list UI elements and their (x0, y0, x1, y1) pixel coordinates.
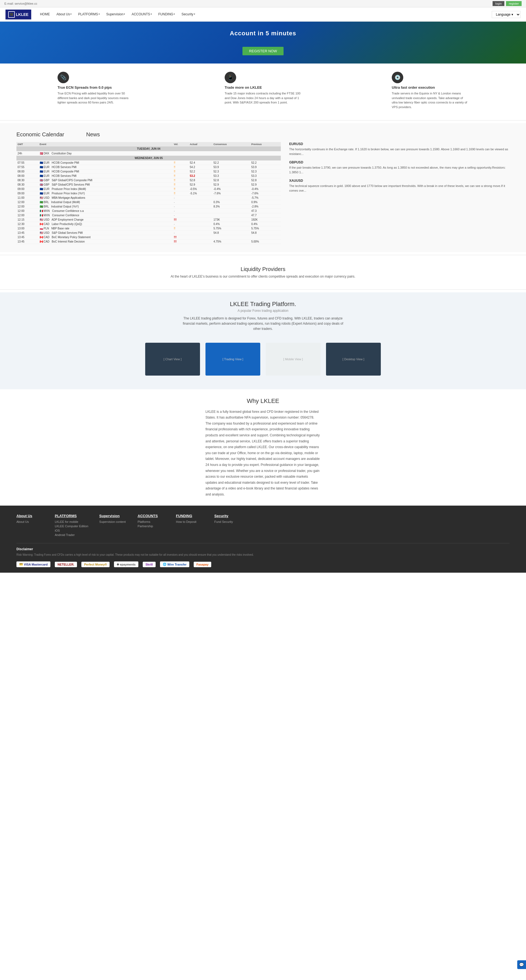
news-text-xauusd: The technical squeeze continues in gold.… (289, 184, 510, 193)
table-row: 08:30🇬🇧 GBP S&P Global/CIPS Composite PM… (16, 178, 281, 183)
feature-ecn: 📎 True ECN Spreads from 0.0 pips True EC… (57, 72, 134, 109)
footer-col-accounts: ACCOUNTS Platforms Partnership (137, 514, 165, 538)
footer-col-title-platforms[interactable]: PLATFORMS (55, 514, 88, 518)
news-pair-xauusd: XAUUSD (289, 179, 510, 183)
eco-news-header: Economic Calendar News (16, 131, 510, 138)
table-row: 12:00🇲🇽 MXN Consumer Confidence s.a-47.3 (16, 209, 281, 213)
register-now-button[interactable]: REGISTER NOW (242, 47, 284, 55)
platform-img-dark2: [ Desktop View ] (326, 343, 381, 375)
table-row: 13:45🇨🇦 CAD BoC Interest Rate Decision!!… (16, 240, 281, 244)
table-row: 09:00🇪🇺 EUR Producer Price Index (YoY)!!… (16, 191, 281, 196)
platform-subtitle: A popular Forex trading application (16, 309, 510, 313)
platform-images: [ Chart View ] [ Trading View ] [ Mobile… (16, 337, 510, 381)
table-row: 12:30🇨🇦 CAD Labor Productivity (QoQ)-0.4… (16, 222, 281, 226)
ecn-icon: 📎 (57, 72, 69, 83)
footer-item-mobile[interactable]: LKLEE for mobile (55, 520, 88, 523)
news-item-gbpusd: GBPUSD If the pair breaks below 1.3790, … (289, 161, 510, 174)
disclaimer-section: Disclaimer Risk Warning: Trading Forex a… (16, 543, 510, 557)
nav-funding[interactable]: FUNDING ▾ (155, 7, 179, 22)
footer-col-title-security[interactable]: Security (214, 514, 242, 518)
footer-item-computer[interactable]: LKLEE Computer Edition (55, 525, 88, 528)
footer-col-title-accounts[interactable]: ACCOUNTS (137, 514, 165, 518)
chevron-down-icon: ▾ (124, 13, 125, 15)
disclaimer-title: Disclaimer (16, 547, 510, 551)
footer-columns: About Us About Us PLATFORMS LKLEE for mo… (16, 514, 510, 538)
news-title: News (86, 131, 100, 138)
platform-img-light: [ Mobile View ] (266, 343, 320, 375)
news-text-gbpusd: If the pair breaks below 1.3790, we can … (289, 165, 510, 174)
footer-col-title-funding[interactable]: FUNDING (176, 514, 203, 518)
why-title: Why LKLEE (33, 398, 493, 404)
nav-platforms[interactable]: PLATFORMS ▾ (75, 7, 103, 22)
feature-trade-title: Trade more on LKLEE (225, 86, 301, 89)
payment-fasapay: Fasapay (194, 562, 211, 567)
execution-icon: 💿 (392, 72, 403, 83)
payment-perfect: Perfect Money® (81, 562, 110, 567)
footer-col-title-about[interactable]: About Us (16, 514, 44, 518)
liquidity-title: Liquidity Providers (16, 266, 510, 272)
nav-about[interactable]: About Us ▾ (53, 7, 75, 22)
news-item-eurusd: EURUSD The horizontality continues in th… (289, 142, 510, 156)
footer-item-about-us[interactable]: About Us (16, 520, 44, 523)
table-row: 13:45🇨🇦 CAD BoC Monetary Policy Statemen… (16, 235, 281, 240)
logo-icon: ⬛ (8, 11, 15, 18)
col-consensus: Consensus (212, 142, 250, 146)
footer-item-deposit[interactable]: How to Deposit (176, 520, 203, 523)
trade-icon: 📱 (225, 72, 236, 83)
platform-section: LKLEE Trading Platform. A popular Forex … (0, 292, 526, 389)
day-label: WEDNESDAY, JUN 05 (16, 156, 281, 161)
footer-col-platforms: PLATFORMS LKLEE for mobile LKLEE Compute… (55, 514, 88, 538)
platform-img-blue: [ Trading View ] (206, 343, 260, 375)
table-row: 08:00🇪🇺 EUR HCOB Composite PMI!!52.252.3… (16, 169, 281, 174)
footer-col-title-supervision[interactable]: Supervision (99, 514, 127, 518)
feature-ecn-desc: True ECN Pricing with added liquidity fr… (57, 91, 134, 105)
news-text-eurusd: The horizontality continues in the Excha… (289, 147, 510, 156)
eco-calendar: GMT Event Vol. Actual Consensus Previous… (16, 142, 281, 244)
footer-item-platforms[interactable]: Platforms (137, 520, 165, 523)
footer-item-fund-security[interactable]: Fund Security (214, 520, 242, 523)
calendar-day-row: WEDNESDAY, JUN 05 (16, 156, 281, 161)
payment-visa: 💳 VISA Mastercard (16, 562, 50, 567)
footer-item-android[interactable]: Android Trader (55, 533, 88, 536)
liquidity-desc: At the heart of LKLEE's business is our … (16, 275, 510, 278)
news-section: EURUSD The horizontality continues in th… (289, 142, 510, 244)
footer-item-partnership[interactable]: Partnership (137, 525, 165, 528)
topbar-email: E-mail: service@lklee.cc (5, 2, 37, 5)
nav-accounts[interactable]: ACCOUNTS ▾ (128, 7, 155, 22)
feature-execution-title: Ultra fast order execution (392, 86, 469, 89)
feature-ecn-title: True ECN Spreads from 0.0 pips (57, 86, 134, 89)
login-button[interactable]: login (493, 1, 504, 6)
nav-items: HOME About Us ▾ PLATFORMS ▾ Supervision … (37, 7, 198, 22)
nav-security[interactable]: Security ▾ (178, 7, 198, 22)
why-section: Why LKLEE LKLEE is a fully licensed glob… (0, 389, 526, 506)
navbar: ⬛ LKLEE HOME About Us ▾ PLATFORMS ▾ Supe… (0, 7, 526, 22)
chevron-down-icon: ▾ (99, 13, 100, 15)
language-selector[interactable]: Language ▾ English Chinese (492, 11, 521, 18)
table-row: 11:00🇺🇸 USD MBA Mortgage Applications--5… (16, 196, 281, 200)
table-row: 07:55🇪🇺 EUR HCOB Composite PMI!!52.452.2… (16, 161, 281, 165)
payment-epayments: ◆epayments (114, 562, 138, 567)
news-pair-gbpusd: GBPUSD (289, 161, 510, 164)
footer-item-supervision[interactable]: Supervision content (99, 520, 127, 523)
col-gmt: GMT (16, 142, 38, 146)
eco-news-section: Economic Calendar News GMT Event Vol. Ac… (0, 123, 526, 252)
why-text: LKLEE is a fully licensed global forex a… (206, 409, 320, 498)
footer-item-ios[interactable]: iOS (55, 529, 88, 532)
register-button[interactable]: register (506, 1, 521, 6)
table-row: 12:15🇺🇸 USD ADP Employment Change!!!173K… (16, 218, 281, 222)
footer-col-about: About Us About Us (16, 514, 44, 538)
nav-supervision[interactable]: Supervision ▾ (103, 7, 129, 22)
visa-icon: 💳 (19, 563, 23, 566)
disclaimer-text: Risk Warning: Trading Forex and CFDs car… (16, 553, 510, 557)
chevron-down-icon: ▾ (174, 13, 175, 15)
logo[interactable]: ⬛ LKLEE (5, 10, 31, 19)
payment-skrill: Skrill (143, 562, 156, 567)
payment-wire: 🌐 Wire Transfer (160, 562, 189, 567)
col-event: Event (38, 142, 173, 146)
nav-home[interactable]: HOME (37, 7, 53, 22)
table-row: 12:00🇧🇷 BRL Industrial Output (YoY)-8.3%… (16, 205, 281, 209)
calendar-day-row: TUESDAY, JUN 04 (16, 146, 281, 151)
footer-col-funding: FUNDING How to Deposit (176, 514, 203, 538)
hero-title: Account in 5 minutes (5, 30, 521, 37)
feature-trade: 📱 Trade more on LKLEE Trade 15 major ind… (225, 72, 301, 109)
